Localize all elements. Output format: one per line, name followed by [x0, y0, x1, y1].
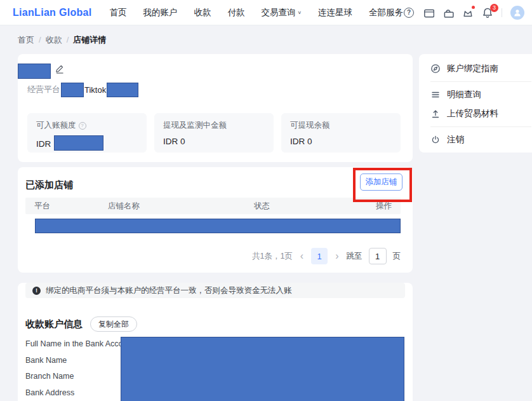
sidebar-item-label: 明细查询: [447, 89, 481, 100]
breadcrumb: 首页 / 收款 / 店铺详情: [0, 25, 532, 54]
operating-platform-row: 经营平台 Tiktok: [27, 82, 138, 97]
gift-icon[interactable]: [442, 7, 454, 18]
sidebar-divider: [430, 126, 531, 127]
sidebar-item-label: 上传贸易材料: [447, 108, 498, 119]
chevron-down-icon: ∨: [298, 10, 302, 15]
page-unit-label: 页: [393, 251, 401, 262]
nav-item-receive[interactable]: 收款: [194, 7, 211, 18]
bell-icon[interactable]: 3: [482, 7, 493, 18]
main-content: 经营平台 Tiktok 可入账额度 ? IDR 提现及监测中金额 IDR: [18, 54, 413, 401]
compass-icon: [430, 64, 441, 74]
bell-badge: 3: [490, 4, 498, 12]
breadcrumb-shop-detail: 店铺详情: [73, 34, 106, 46]
field-label-bank-address: Bank Address: [25, 385, 130, 401]
redacted-platform-segment: [107, 83, 138, 97]
sidebar-item-logout[interactable]: 注销: [419, 130, 532, 149]
nav-item-transaction-query[interactable]: 交易查询 ∨: [262, 7, 302, 18]
sidebar-divider: [430, 81, 531, 82]
next-page-icon[interactable]: ›: [334, 251, 340, 261]
pagination: 共1条，1页 ‹ 1 › 跳至 1 页: [252, 248, 401, 264]
lianlian-global-logo[interactable]: LianLian Global: [13, 7, 92, 18]
redacted-amount: [54, 135, 103, 151]
question-circle-icon[interactable]: ?: [79, 122, 86, 130]
nav-item-home[interactable]: 首页: [110, 7, 127, 18]
stat-value: IDR 0: [163, 137, 265, 146]
sidebar-item-label: 账户绑定指南: [447, 63, 498, 74]
bank-fields: Full Name in the Bank Acco... Bank Name …: [25, 336, 130, 401]
nav-right-tools: ? 3: [403, 6, 524, 20]
redacted-account-name: [18, 64, 51, 79]
column-shop-name: 店铺名称: [108, 201, 254, 212]
shop-profile-card: 经营平台 Tiktok 可入账额度 ? IDR 提现及监测中金额 IDR: [18, 54, 413, 162]
stat-label: 提现及监测中金额: [163, 120, 265, 131]
operating-platform-value: Tiktok: [84, 85, 106, 95]
table-header-row: 平台 店铺名称 状态 操作: [25, 198, 401, 214]
nav-item-my-account[interactable]: 我的账户: [143, 7, 178, 18]
pagination-summary: 共1条，1页: [252, 251, 293, 262]
redacted-bank-details: [121, 337, 404, 401]
stat-card-withdrawable-balance: 可提现余额 IDR 0: [281, 113, 401, 153]
avatar[interactable]: [510, 6, 524, 20]
breadcrumb-home[interactable]: 首页: [18, 34, 34, 46]
main-nav: 首页 我的账户 收款 付款 交易查询 ∨ 连连星球 全部服务: [110, 7, 404, 18]
account-info-title: 收款账户信息: [25, 318, 83, 330]
jump-to-label: 跳至: [347, 251, 362, 262]
receiving-account-card: ! 绑定的电商平台须与本账户的经营平台一致，否则会导致资金无法入账 收款账户信息…: [18, 283, 413, 401]
help-icon[interactable]: ?: [403, 7, 415, 18]
nav-item-lianlian-planet[interactable]: 连连星球: [318, 7, 352, 18]
crown-icon[interactable]: [462, 7, 474, 18]
page-jump-input[interactable]: 1: [369, 248, 387, 264]
sidebar-item-upload-trade-materials[interactable]: 上传贸易材料: [419, 104, 532, 123]
copy-all-button[interactable]: 复制全部: [90, 316, 137, 332]
stat-value: IDR: [36, 137, 138, 151]
quick-actions-sidebar: 账户绑定指南 明细查询 上传贸易材料 注销: [419, 54, 532, 153]
field-label-full-name: Full Name in the Bank Acco...: [25, 336, 130, 353]
list-icon: [430, 90, 441, 100]
edit-pencil-icon[interactable]: [55, 64, 65, 76]
nav-divider: [502, 8, 502, 17]
stat-label: 可提现余额: [290, 120, 392, 131]
crown-notification-dot: [472, 6, 475, 9]
currency-code: IDR: [36, 139, 51, 149]
add-shop-button[interactable]: 添加店铺: [360, 173, 402, 191]
balance-stats-row: 可入账额度 ? IDR 提现及监测中金额 IDR 0 可提现余额 IDR 0: [27, 113, 401, 153]
prev-page-icon[interactable]: ‹: [299, 251, 305, 261]
shops-table: 平台 店铺名称 状态 操作: [25, 198, 401, 233]
binding-notice-bar: ! 绑定的电商平台须与本账户的经营平台一致，否则会导致资金无法入账: [25, 283, 405, 298]
column-actions: 操作: [354, 201, 392, 212]
sidebar-item-binding-guide[interactable]: 账户绑定指南: [419, 59, 532, 78]
nav-item-all-services[interactable]: 全部服务: [369, 7, 403, 18]
top-navigation-bar: LianLian Global 首页 我的账户 收款 付款 交易查询 ∨ 连连星…: [0, 0, 532, 25]
breadcrumb-separator: /: [39, 35, 41, 44]
operating-platform-label: 经营平台: [27, 84, 60, 95]
nav-item-transaction-query-label: 交易查询: [262, 7, 296, 18]
stat-value: IDR 0: [290, 137, 392, 146]
breadcrumb-receive[interactable]: 收款: [46, 34, 62, 46]
field-label-branch-name: Branch Name: [25, 369, 130, 385]
nav-item-pay[interactable]: 付款: [228, 7, 245, 18]
breadcrumb-separator: /: [67, 35, 69, 44]
added-shops-title: 已添加店铺: [25, 179, 73, 191]
info-circle-icon: !: [32, 287, 41, 295]
redacted-platform-segment: [61, 83, 84, 97]
current-page-button[interactable]: 1: [311, 248, 328, 264]
field-label-bank-name: Bank Name: [25, 353, 130, 369]
added-shops-card: 已添加店铺 添加店铺 平台 店铺名称 状态 操作 共1条，1页 ‹ 1 › 跳至…: [18, 167, 413, 273]
binding-notice-text: 绑定的电商平台须与本账户的经营平台一致，否则会导致资金无法入账: [46, 285, 292, 296]
power-icon: [430, 135, 441, 145]
stat-card-creditable-limit: 可入账额度 ? IDR: [27, 113, 147, 153]
column-platform: 平台: [34, 201, 108, 212]
account-info-header: 收款账户信息 复制全部: [25, 316, 137, 332]
sidebar-item-detail-query[interactable]: 明细查询: [419, 85, 532, 104]
redacted-table-row: [35, 219, 401, 233]
upload-icon: [430, 109, 441, 119]
stat-card-withdrawing-amount: 提现及监测中金额 IDR 0: [154, 113, 274, 153]
column-status: 状态: [254, 201, 354, 212]
stat-label: 可入账额度 ?: [36, 120, 138, 131]
sidebar-item-label: 注销: [447, 134, 464, 146]
card-icon[interactable]: [423, 7, 434, 18]
